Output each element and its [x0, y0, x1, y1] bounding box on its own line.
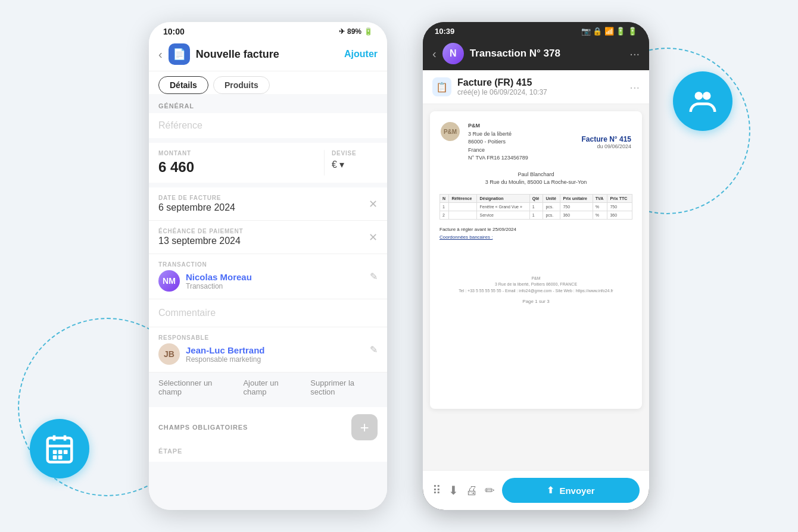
responsable-person: JB Jean-Luc Bertrand Responsable marketi…	[158, 343, 265, 365]
responsable-person-name: Jean-Luc Bertrand	[186, 345, 265, 355]
col-n: N	[440, 194, 449, 202]
tab-bar-left: Détails Produits	[149, 71, 387, 94]
reference-field[interactable]: Référence	[149, 113, 387, 138]
transaction-label: TRANSACTION	[158, 261, 252, 268]
transaction-field[interactable]: TRANSACTION NM Nicolas Moreau Transactio…	[149, 254, 387, 299]
col-ttc: Prix TTC	[607, 194, 632, 202]
responsable-avatar: JB	[158, 343, 180, 365]
required-section: CHAMPS OBLIGATOIRES + ÉTAPE	[149, 407, 387, 462]
company-logo: P&M	[441, 122, 460, 141]
delete-section-button[interactable]: Supprimer la section	[310, 378, 378, 396]
phone-header-right: ‹ N Transaction N° 378 ···	[423, 38, 649, 70]
print-icon-button[interactable]: 🖨	[466, 484, 478, 497]
calendar-icon	[43, 433, 76, 465]
more-options-icon[interactable]: ···	[629, 47, 640, 61]
invoice-header-bar: 📋 Facture (FR) 415 créé(e) le 06/09/2024…	[423, 70, 649, 104]
invoice-file-icon: 📋	[432, 77, 451, 96]
send-button[interactable]: ⬆ Envoyer	[502, 478, 640, 503]
back-button-left[interactable]: ‹	[158, 48, 163, 61]
time-right: 10:39	[435, 27, 454, 36]
echeance-label: ÉCHÉANCE DE PAIEMENT	[158, 228, 244, 234]
echeance-field[interactable]: ÉCHÉANCE DE PAIEMENT 13 septembre 2024 ✕	[149, 221, 387, 254]
recipient-info: Paul Blanchard 3 Rue du Moulin, 85000 La…	[439, 171, 632, 187]
devise-label: DEVISE	[332, 150, 378, 157]
responsable-edit-icon[interactable]: ✎	[370, 344, 378, 355]
edit-icon-button[interactable]: ✏	[485, 483, 495, 497]
required-section-label: CHAMPS OBLIGATOIRES	[158, 424, 248, 431]
calendar-float-icon[interactable]	[30, 419, 89, 478]
amount-label: MONTANT	[158, 150, 324, 157]
col-ref: Référence	[449, 194, 477, 202]
add-field-button[interactable]: Ajouter un champ	[243, 378, 301, 396]
amount-field[interactable]: MONTANT 6 460	[158, 150, 324, 176]
invoice-table: N Référence Désignation Qté Unité Prix u…	[439, 194, 632, 220]
col-price: Prix unitaire	[560, 194, 593, 202]
status-icons-left: ✈ 89% 🔋	[339, 27, 373, 36]
app-icon-left: 📄	[169, 43, 190, 65]
transaction-title: Transaction N° 378	[470, 48, 624, 60]
airplane-icon: ✈	[339, 27, 345, 36]
invoice-preview: P&M P&M 3 Rue de la liberté 86000 - Poit…	[430, 111, 642, 409]
responsable-person-role: Responsable marketing	[186, 355, 265, 364]
transaction-person-name: Nicolas Moreau	[186, 272, 252, 282]
date-facture-field[interactable]: DATE DE FACTURE 6 septembre 2024 ✕	[149, 187, 387, 221]
col-tva: TVA	[593, 194, 607, 202]
svg-rect-5	[64, 450, 68, 454]
select-field-button[interactable]: Sélectionner un champ	[158, 378, 233, 396]
status-bar-right: 10:39 📷 🔒 📶 🔋 🔋	[423, 22, 649, 38]
echeance-value: 13 septembre 2024	[158, 236, 244, 246]
invoice-title: Nouvelle facture	[196, 48, 338, 61]
date-facture-value: 6 septembre 2024	[158, 202, 235, 213]
devise-field[interactable]: DEVISE € ▾	[324, 150, 378, 176]
add-action-button[interactable]: Ajouter	[344, 49, 378, 60]
invoice-action-bar: ⠿ ⬇ 🖨 ✏ ⬆ Envoyer	[423, 470, 649, 510]
col-qty: Qté	[529, 194, 543, 202]
download-icon-button[interactable]: ⬇	[448, 483, 459, 497]
bank-label: Coordonnées bancaires :	[439, 234, 632, 240]
phone-header-left: ‹ 📄 Nouvelle facture Ajouter	[149, 39, 387, 71]
transaction-edit-icon[interactable]: ✎	[370, 271, 378, 282]
etape-label: ÉTAPE	[149, 447, 387, 462]
invoice-date: du 09/06/2024	[556, 143, 631, 149]
responsable-field[interactable]: RESPONSABLE JB Jean-Luc Bertrand Respons…	[149, 327, 387, 373]
company-info: P&M 3 Rue de la liberté 86000 - Poitiers…	[468, 122, 528, 162]
responsable-label: RESPONSABLE	[158, 334, 265, 341]
right-phone: 10:39 📷 🔒 📶 🔋 🔋 ‹ N Transaction N° 378 ·…	[423, 22, 649, 510]
col-unit: Unité	[543, 194, 560, 202]
date-facture-label: DATE DE FACTURE	[158, 195, 235, 201]
svg-rect-1	[53, 450, 57, 454]
status-icons-right: 📷 🔒 📶 🔋 🔋	[581, 27, 637, 36]
svg-rect-4	[58, 455, 63, 459]
reference-placeholder: Référence	[158, 120, 378, 131]
comment-field[interactable]: Commentaire	[149, 299, 387, 327]
tab-products[interactable]: Produits	[213, 76, 270, 94]
svg-rect-2	[58, 450, 63, 454]
left-phone: 10:00 ✈ 89% 🔋 ‹ 📄 Nouvelle facture Ajout…	[149, 22, 387, 510]
col-designation: Désignation	[477, 194, 529, 202]
date-facture-clear-button[interactable]: ✕	[369, 198, 378, 211]
table-row: 1 Fenêtre « Grand Vue » 1 pcs. 750 % 750	[440, 202, 632, 211]
chevron-down-icon: ▾	[339, 159, 344, 170]
add-required-button[interactable]: +	[351, 414, 378, 440]
svg-point-6	[695, 92, 703, 100]
group-float-icon[interactable]	[673, 71, 732, 131]
time-left: 10:00	[163, 27, 185, 36]
invoice-container: 📋 Facture (FR) 415 créé(e) le 06/09/2024…	[423, 70, 649, 470]
due-notice: Facture à régler avant le 25/09/2024	[439, 227, 632, 232]
tab-details[interactable]: Détails	[158, 76, 208, 94]
transaction-person-type: Transaction	[186, 282, 252, 290]
invoice-number: Facture N° 415	[556, 135, 631, 143]
invoice-more-icon[interactable]: ···	[629, 80, 640, 94]
back-button-right[interactable]: ‹	[432, 47, 437, 61]
general-section-label: GÉNÉRAL	[149, 94, 387, 113]
phone-content-left: GÉNÉRAL Référence MONTANT 6 460 DEVISE €	[149, 94, 387, 510]
comment-placeholder: Commentaire	[158, 308, 378, 318]
amount-devise-card: MONTANT 6 460 DEVISE € ▾	[149, 143, 387, 183]
echeance-clear-button[interactable]: ✕	[369, 231, 378, 244]
send-upload-icon: ⬆	[547, 485, 554, 496]
transaction-avatar: NM	[158, 270, 180, 292]
section-actions: Sélectionner un champ Ajouter un champ S…	[149, 373, 387, 402]
devise-value: € ▾	[332, 159, 378, 170]
status-bar-left: 10:00 ✈ 89% 🔋	[149, 22, 387, 39]
qr-icon-button[interactable]: ⠿	[432, 483, 441, 497]
